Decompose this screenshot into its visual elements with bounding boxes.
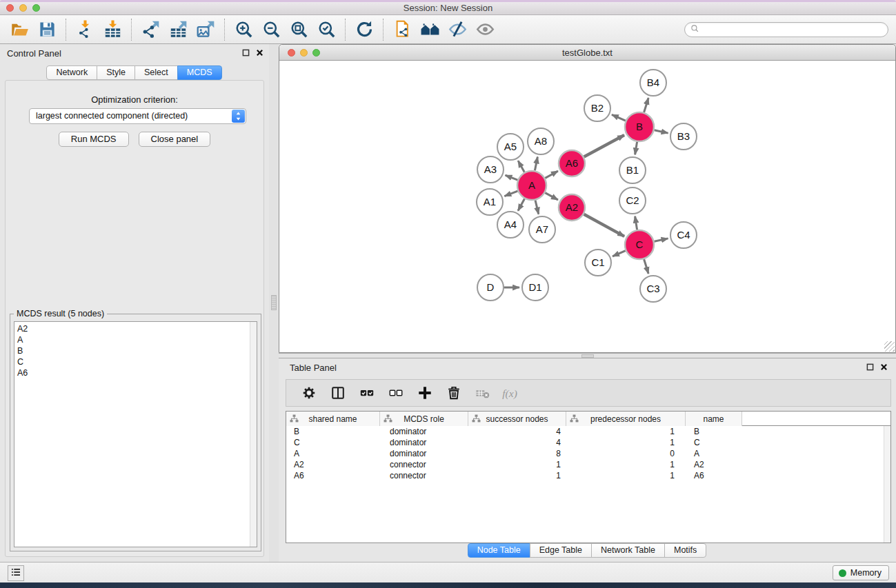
apply-layout-button[interactable] <box>350 17 378 42</box>
table-cell[interactable]: B <box>686 426 742 437</box>
uncheck-pair-button[interactable] <box>384 382 408 404</box>
window-resize-grip[interactable] <box>884 341 895 352</box>
table-cell[interactable]: A2 <box>686 459 742 470</box>
edge-C-C3[interactable] <box>644 259 649 274</box>
node-A3[interactable]: A3 <box>477 156 504 183</box>
tab-edge-table[interactable]: Edge Table <box>530 543 592 558</box>
mcds-result-item[interactable]: A2 <box>14 322 257 334</box>
close-panel-icon[interactable] <box>880 363 888 371</box>
table-cell[interactable]: C <box>286 437 380 448</box>
edge-C-C4[interactable] <box>655 239 668 241</box>
edge-B-B1[interactable] <box>635 142 637 155</box>
table-cell[interactable]: 1 <box>566 459 686 470</box>
node-A8[interactable]: A8 <box>528 128 554 154</box>
edge-B-B4[interactable] <box>644 98 649 112</box>
vertical-split-divider[interactable] <box>269 44 279 562</box>
table-cell[interactable]: 1 <box>566 426 686 437</box>
import-table-button[interactable] <box>99 17 126 42</box>
task-history-button[interactable] <box>8 565 24 581</box>
node-C4[interactable]: C4 <box>670 222 697 248</box>
edge-A-A4[interactable] <box>518 199 525 211</box>
eye-button[interactable] <box>471 17 499 42</box>
mcds-result-item[interactable]: B <box>14 345 257 356</box>
table-cell[interactable]: 1 <box>468 459 566 470</box>
mcds-result-scrollbar[interactable] <box>250 322 257 547</box>
node-A1[interactable]: A1 <box>477 189 503 215</box>
column-header-mcds-role[interactable]: MCDS role <box>380 412 468 426</box>
column-header-name[interactable]: name <box>686 412 742 426</box>
tab-node-table[interactable]: Node Table <box>468 543 530 558</box>
tab-motifs[interactable]: Motifs <box>664 543 706 558</box>
float-panel-icon[interactable] <box>866 363 874 371</box>
node-B2[interactable]: B2 <box>584 95 610 121</box>
node-A2[interactable]: A2 <box>559 194 585 221</box>
divider-grip[interactable] <box>581 354 594 358</box>
edge-A6-B[interactable] <box>584 135 624 157</box>
export-table-button[interactable] <box>164 17 192 42</box>
tab-network-table[interactable]: Network Table <box>591 543 665 558</box>
eye-slash-button[interactable] <box>444 17 471 42</box>
network-window-titlebar[interactable]: testGlobe.txt <box>279 45 895 61</box>
table-cell[interactable]: 1 <box>566 470 686 481</box>
mcds-result-item[interactable]: A6 <box>14 367 257 378</box>
node-A5[interactable]: A5 <box>497 134 524 160</box>
table-cell[interactable]: 4 <box>468 437 566 448</box>
node-D[interactable]: D <box>477 274 504 301</box>
edge-A-A8[interactable] <box>535 157 537 171</box>
add-button[interactable] <box>413 382 437 404</box>
zoom-out-button[interactable] <box>257 17 285 42</box>
column-header-shared-name[interactable]: shared name <box>286 412 380 426</box>
node-C2[interactable]: C2 <box>619 187 646 214</box>
mcds-result-item[interactable]: A <box>14 334 257 345</box>
table-row[interactable]: Cdominator41C <box>286 437 884 448</box>
home-pair-button[interactable] <box>416 17 444 42</box>
search-box[interactable] <box>684 22 888 37</box>
open-file-button[interactable] <box>6 17 33 42</box>
node-C1[interactable]: C1 <box>585 250 611 276</box>
edge-C-C1[interactable] <box>613 251 626 256</box>
table-cell[interactable]: A <box>286 448 380 459</box>
edge-A-A5[interactable] <box>518 161 524 172</box>
node-A[interactable]: A <box>517 171 546 200</box>
table-cell[interactable]: dominator <box>380 448 468 459</box>
close-panel-button[interactable]: Close panel <box>139 132 211 147</box>
table-cell[interactable]: connector <box>380 459 468 470</box>
zoom-in-button[interactable] <box>230 17 257 42</box>
edge-B-B3[interactable] <box>655 130 668 133</box>
table-row[interactable]: A2connector11A2 <box>286 459 884 470</box>
tab-mcds[interactable]: MCDS <box>177 65 222 80</box>
table-cell[interactable]: 1 <box>566 437 686 448</box>
trash-button[interactable] <box>442 382 466 404</box>
tab-style[interactable]: Style <box>97 65 135 80</box>
network-canvas[interactable]: B4B2BB3A5A8A6B1A3AA1C2A2A4A7C4CC1C3DD1 <box>279 61 895 352</box>
memory-button[interactable]: Memory <box>833 565 889 580</box>
table-cell[interactable]: A <box>686 448 742 459</box>
close-panel-icon[interactable] <box>256 49 263 57</box>
zoom-selected-button[interactable] <box>312 17 340 42</box>
table-cell[interactable]: 8 <box>468 448 566 459</box>
edge-C-C2[interactable] <box>635 216 637 230</box>
node-A7[interactable]: A7 <box>529 216 555 243</box>
node-C[interactable]: C <box>625 230 654 259</box>
check-pair-button[interactable] <box>355 382 379 404</box>
table-cell[interactable]: C <box>686 437 742 448</box>
edge-A-A2[interactable] <box>545 193 558 200</box>
node-B1[interactable]: B1 <box>619 157 646 183</box>
edge-A-A7[interactable] <box>535 200 539 214</box>
table-row[interactable]: A6connector11A6 <box>286 470 884 481</box>
export-network-button[interactable] <box>137 17 164 42</box>
node-B4[interactable]: B4 <box>640 70 666 96</box>
import-network-button[interactable] <box>71 17 99 42</box>
edge-A-A6[interactable] <box>545 171 558 178</box>
node-D1[interactable]: D1 <box>522 274 548 301</box>
table-row[interactable]: Adominator80A <box>286 448 884 459</box>
column-header-predecessor-nodes[interactable]: predecessor nodes <box>566 412 686 426</box>
search-input[interactable] <box>703 25 882 34</box>
zoom-fit-button[interactable] <box>285 17 312 42</box>
edge-A-A1[interactable] <box>504 191 517 196</box>
run-mcds-button[interactable]: Run MCDS <box>59 132 129 147</box>
table-cell[interactable]: 0 <box>566 448 686 459</box>
float-panel-icon[interactable] <box>242 49 250 57</box>
node-A6[interactable]: A6 <box>559 150 585 176</box>
table-cell[interactable]: connector <box>380 470 468 481</box>
